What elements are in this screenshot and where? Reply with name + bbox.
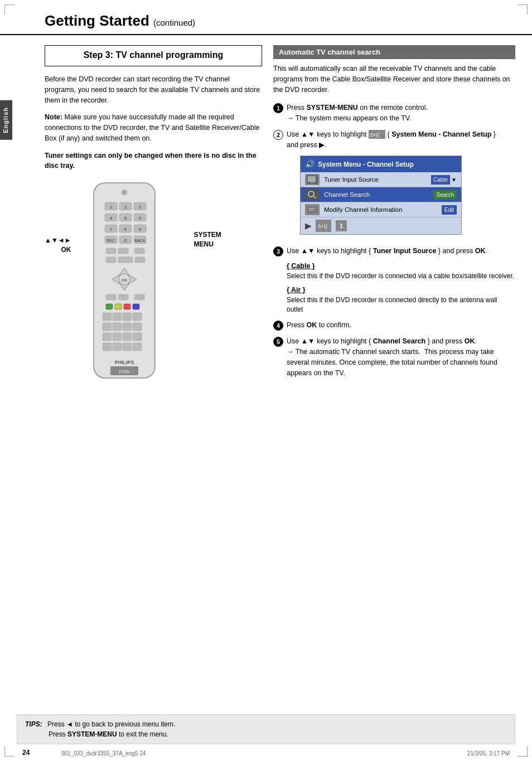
row-label-modify: Modify Channel Information [324,205,437,215]
steps-list: 1 Press SYSTEM-MENU on the remote contro… [273,103,515,378]
dropdown-arrow: ▼ [451,176,457,184]
svg-text:DVDr: DVDr [119,369,130,374]
svg-rect-43 [124,304,130,309]
svg-rect-49 [103,323,112,331]
cable-option: { Cable } Select this if the DVD recorde… [287,262,515,281]
corner-mark-br [518,747,528,757]
system-menu-label: SYSTEMMENU [194,180,221,249]
tips-bar: TIPS: Press ◄ to go back to previous men… [17,714,515,744]
svg-rect-55 [123,333,132,341]
svg-rect-67 [308,176,316,182]
svg-rect-31 [135,257,145,263]
channel-setup-screen: 🔊 System Menu - Channel Setup [300,156,462,235]
svg-point-69 [308,191,314,197]
step-1-content: Press SYSTEM-MENU on the remote control.… [287,103,515,124]
air-option-desc: Select this if the DVD recorder is conne… [287,295,515,315]
step-num-4: 4 [273,321,283,331]
note-paragraph: Note: Make sure you have successfully ma… [45,112,262,143]
step-num-1: 1 [273,103,283,113]
step-2-content: Use ▲▼ keys to highlight S+(( { System M… [287,129,515,241]
left-column: Step 3: TV channel programming Before th… [45,40,262,394]
svg-rect-50 [113,323,122,331]
screen-bottom: ▶ S+(( 1 [301,217,461,234]
svg-rect-42 [115,304,122,309]
corner-mark-tr [518,4,528,14]
screen-rows: Tuner Input Source Cable ▼ [301,172,461,217]
row-icon-tuner [305,174,320,185]
row-label-tuner: Tuner Input Source [324,175,427,185]
svg-rect-38 [106,294,116,300]
cable-option-title: { Cable } [287,262,515,270]
tips-line1: Press ◄ to go back to previous menu item… [47,720,175,728]
remote-left-labels: ▲▼◄►OK [45,180,71,255]
screen-bottom-icon: S+(( [316,220,331,232]
svg-rect-60 [133,343,142,351]
svg-text:6: 6 [138,216,141,221]
air-option-title: { Air } [287,286,515,294]
warning-text: Tuner settings can only be changed when … [45,151,262,172]
auto-search-body: This will automatically scan all the rec… [273,64,515,95]
step-num-2: 2 [273,130,283,140]
footer-file: 001_033_dvdr3355_37A_eng5 24 [61,750,146,757]
step-heading-box: Step 3: TV channel programming [45,45,262,66]
step-5-content: Use ▲▼ keys to highlight { Channel Searc… [287,336,515,378]
auto-search-header: Automatic TV channel search [273,45,515,59]
svg-rect-59 [123,343,132,351]
remote-illustration-area: ▲▼◄►OK 1 2 3 [45,180,262,394]
svg-point-1 [122,190,127,195]
tips-label: TIPS: [25,720,42,728]
svg-text:OK: OK [121,278,128,283]
step-4: 4 Press OK to confirm. [273,320,515,331]
edit-btn: Edit [442,205,457,215]
page-number: 24 [22,749,30,757]
footer-date: 21/3/05, 3:17 PM [467,750,510,757]
step-5: 5 Use ▲▼ keys to highlight { Channel Sea… [273,336,515,378]
svg-rect-46 [113,313,122,321]
row-label-channel-search: Channel Search [324,190,429,200]
svg-text:1: 1 [109,205,112,210]
svg-rect-27 [118,248,128,254]
svg-rect-39 [118,294,128,300]
svg-rect-28 [134,248,144,254]
svg-rect-41 [106,304,113,309]
tuner-value-btn: Cable [431,175,450,185]
svg-rect-48 [133,313,142,321]
row-icon-modify [305,204,320,215]
svg-rect-44 [133,304,139,309]
page-title: Getting Started (continued) [45,12,510,30]
svg-rect-47 [123,313,132,321]
svg-rect-26 [106,248,116,254]
svg-rect-29 [106,257,116,263]
tips-line2: Press SYSTEM-MENU to exit the menu. [49,730,168,738]
main-content: Step 3: TV channel programming Before th… [0,40,532,394]
remote-control-image: 1 2 3 4 5 6 7 8 9 [77,180,188,394]
svg-text:S+((: S+(( [318,224,327,229]
screen-pointer-arrow: ▶ [305,220,311,232]
svg-line-70 [313,196,316,198]
svg-text:3: 3 [138,205,141,210]
svg-rect-54 [113,333,122,341]
svg-rect-40 [134,294,144,300]
svg-rect-57 [103,343,112,351]
screen-row-channel-search: Channel Search Search [301,187,461,202]
svg-rect-71 [307,206,317,213]
svg-rect-58 [113,343,122,351]
svg-rect-53 [103,333,112,341]
intro-paragraph: Before the DVD recorder can start record… [45,74,262,105]
step-num-3: 3 [273,246,283,256]
right-column: Automatic TV channel search This will au… [273,40,515,394]
screen-num-box: 1 [336,220,347,231]
svg-rect-52 [133,323,142,331]
svg-text:0: 0 [124,238,127,243]
svg-text:9: 9 [138,227,141,232]
screen-row-modify: Modify Channel Information Edit [301,202,461,217]
row-icon-search [305,189,320,200]
svg-text:7: 7 [109,227,112,232]
step-heading-text: Step 3: TV channel programming [51,50,256,60]
cable-option-desc: Select this if the DVD recorder is conne… [287,272,515,281]
svg-rect-51 [123,323,132,331]
step-2: 2 Use ▲▼ keys to highlight S+(( { System… [273,129,515,241]
screen-title-bar: 🔊 System Menu - Channel Setup [301,156,461,172]
search-btn: Search [433,190,457,200]
svg-text:8: 8 [124,227,127,232]
